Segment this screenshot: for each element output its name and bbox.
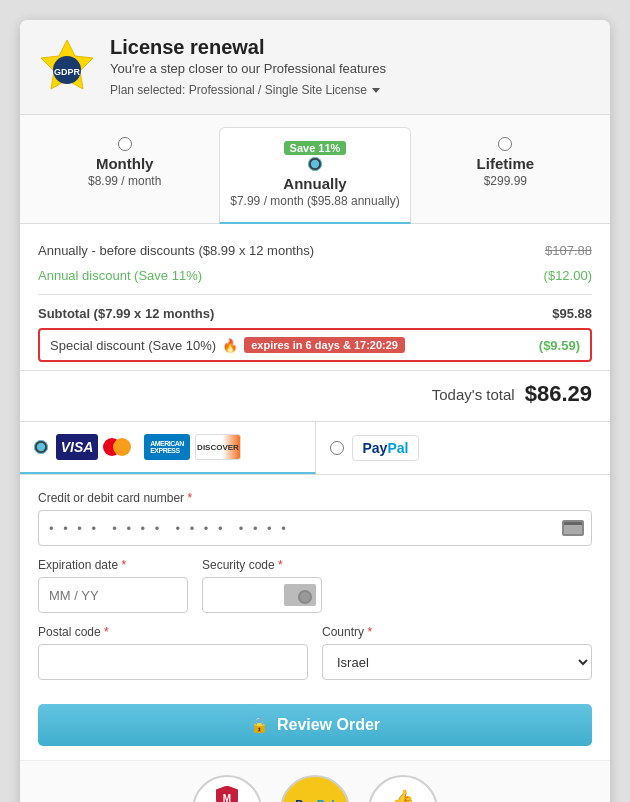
card-number-row: Credit or debit card number * bbox=[38, 491, 592, 546]
header: GDPR License renewal You're a step close… bbox=[20, 20, 610, 115]
today-total-label: Today's total bbox=[432, 386, 515, 403]
review-order-button[interactable]: 🔒 Review Order bbox=[38, 704, 592, 746]
postal-label: Postal code * bbox=[38, 625, 308, 639]
country-label: Country * bbox=[322, 625, 592, 639]
mcafee-shield-icon bbox=[216, 786, 238, 802]
comodo-thumb-icon: 👍 bbox=[392, 790, 414, 802]
special-discount-box: Special discount (Save 10%) 🔥 expires in… bbox=[38, 328, 592, 362]
price-breakdown: Annually - before discounts ($8.99 x 12 … bbox=[20, 224, 610, 362]
today-total-row: Today's total $86.29 bbox=[20, 370, 610, 421]
monthly-label: Monthly bbox=[36, 155, 213, 172]
tab-annually[interactable]: Save 11% Annually $7.99 / month ($95.88 … bbox=[219, 127, 410, 224]
annually-radio[interactable] bbox=[308, 157, 322, 171]
card-input-icon bbox=[562, 520, 584, 536]
trust-badges: McAfee SECURE PayPal VERIFIED 👍 COMODO S… bbox=[20, 760, 610, 802]
card-required: * bbox=[187, 491, 192, 505]
postal-country-row: Postal code * Country * Israel United St… bbox=[38, 625, 592, 680]
before-discount-amount: $107.88 bbox=[545, 243, 592, 258]
lifetime-radio[interactable] bbox=[498, 137, 512, 151]
checkout-card: GDPR License renewal You're a step close… bbox=[20, 20, 610, 802]
annual-discount-row: Annual discount (Save 11%) ($12.00) bbox=[38, 263, 592, 288]
lifetime-price: $299.99 bbox=[417, 174, 594, 188]
monthly-radio[interactable] bbox=[118, 137, 132, 151]
special-discount-left: Special discount (Save 10%) 🔥 expires in… bbox=[50, 337, 405, 353]
card-number-group: Credit or debit card number * bbox=[38, 491, 592, 546]
card-number-label: Credit or debit card number * bbox=[38, 491, 592, 505]
paypal-payment-option[interactable]: PayPal bbox=[316, 422, 611, 474]
expiry-label: Expiration date * bbox=[38, 558, 188, 572]
discover-logo: DISCOVER bbox=[195, 434, 241, 460]
special-discount-label: Special discount (Save 10%) bbox=[50, 338, 216, 353]
header-text: License renewal You're a step closer to … bbox=[110, 36, 386, 98]
annual-discount-label: Annual discount (Save 11%) bbox=[38, 268, 202, 283]
before-discount-row: Annually - before discounts ($8.99 x 12 … bbox=[38, 238, 592, 263]
lock-icon: 🔒 bbox=[250, 716, 269, 734]
today-total-amount: $86.29 bbox=[525, 381, 592, 407]
expires-badge: expires in 6 days & 17:20:29 bbox=[244, 337, 405, 353]
visa-logo: VISA bbox=[56, 434, 98, 460]
svg-text:GDPR: GDPR bbox=[54, 67, 81, 77]
card-number-input[interactable] bbox=[38, 510, 592, 546]
annually-label: Annually bbox=[226, 175, 403, 192]
paypal-logo: PayPal bbox=[352, 435, 420, 461]
security-label: Security code * bbox=[202, 558, 322, 572]
page-title: License renewal bbox=[110, 36, 386, 59]
country-group: Country * Israel United States United Ki… bbox=[322, 625, 592, 680]
plan-selected: Plan selected: Professional / Single Sit… bbox=[110, 83, 380, 97]
card-input-wrapper bbox=[38, 510, 592, 546]
annually-badge: Save 11% bbox=[284, 141, 347, 155]
review-order-label: Review Order bbox=[277, 716, 380, 734]
amex-logo: AMERICANEXPRESS bbox=[144, 434, 190, 460]
card-logos: VISA AMERICANEXPRESS DISCOVER bbox=[56, 434, 241, 460]
special-discount-amount: ($9.59) bbox=[539, 338, 580, 353]
paypal-verified-badge: PayPal VERIFIED bbox=[280, 775, 350, 802]
review-btn-wrap: 🔒 Review Order bbox=[20, 704, 610, 760]
annually-price: $7.99 / month ($95.88 annually) bbox=[226, 194, 403, 208]
tab-monthly[interactable]: Monthly $8.99 / month bbox=[30, 127, 219, 223]
card-payment-radio[interactable] bbox=[34, 440, 48, 454]
header-subtitle: You're a step closer to our Professional… bbox=[110, 61, 386, 76]
security-input-wrapper bbox=[202, 577, 322, 613]
postal-group: Postal code * bbox=[38, 625, 308, 680]
paypal-payment-radio[interactable] bbox=[330, 441, 344, 455]
postal-input[interactable] bbox=[38, 644, 308, 680]
expiry-group: Expiration date * bbox=[38, 558, 188, 613]
annual-discount-amount: ($12.00) bbox=[544, 268, 592, 283]
subtotal-amount: $95.88 bbox=[552, 306, 592, 321]
card-form: Credit or debit card number * Expiration… bbox=[20, 475, 610, 704]
expiry-security-row: Expiration date * Security code * bbox=[38, 558, 592, 613]
security-group: Security code * bbox=[202, 558, 322, 613]
card-payment-option[interactable]: VISA AMERICANEXPRESS DISCOVER bbox=[20, 422, 316, 474]
mastercard-logo bbox=[103, 435, 139, 459]
monthly-price: $8.99 / month bbox=[36, 174, 213, 188]
product-icon: GDPR bbox=[38, 36, 96, 94]
payment-methods: VISA AMERICANEXPRESS DISCOVER PayPal bbox=[20, 421, 610, 475]
expiry-input[interactable] bbox=[38, 577, 188, 613]
chevron-down-icon[interactable] bbox=[372, 88, 380, 93]
fire-icon: 🔥 bbox=[222, 338, 238, 353]
before-discount-label: Annually - before discounts ($8.99 x 12 … bbox=[38, 243, 314, 258]
comodo-badge: 👍 COMODO SECURE bbox=[368, 775, 438, 802]
mcafee-badge: McAfee SECURE bbox=[192, 775, 262, 802]
pricing-tabs: Monthly $8.99 / month Save 11% Annually … bbox=[20, 115, 610, 224]
security-card-icon bbox=[284, 584, 316, 606]
lifetime-label: Lifetime bbox=[417, 155, 594, 172]
subtotal-label: Subtotal ($7.99 x 12 months) bbox=[38, 306, 214, 321]
subtotal-row: Subtotal ($7.99 x 12 months) $95.88 bbox=[38, 301, 592, 326]
country-select[interactable]: Israel United States United Kingdom Germ… bbox=[322, 644, 592, 680]
tab-lifetime[interactable]: Lifetime $299.99 bbox=[411, 127, 600, 223]
